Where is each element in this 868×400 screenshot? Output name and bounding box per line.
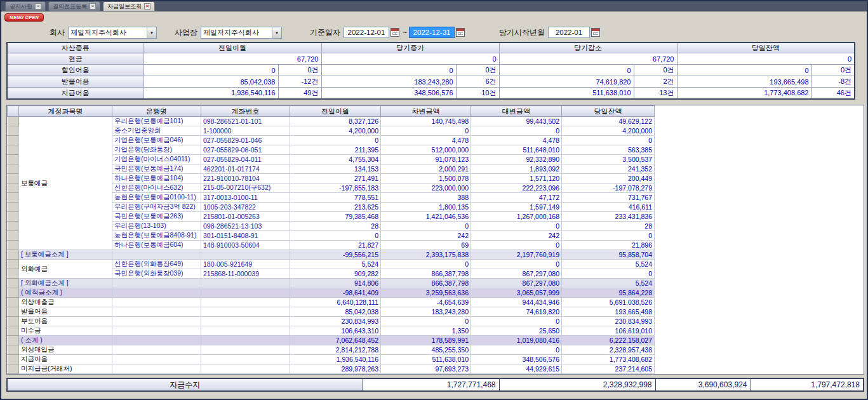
date-from-input[interactable]: 2022-12-01	[344, 27, 389, 38]
grid-col-header[interactable]: 대변금액	[471, 106, 562, 117]
grid-col-header[interactable]: 차변금액	[381, 106, 471, 117]
grid-row[interactable]: 외화예금신한은행(외화통장649)180-005-9216495,524005,…	[8, 260, 655, 269]
amount-cell: 944,434,946	[471, 298, 562, 307]
amount-cell: 237,214,605	[562, 364, 655, 374]
grid-row[interactable]: 지급어음1,936,540,116511,638,010348,506,5761…	[8, 355, 655, 364]
row-selector[interactable]	[8, 126, 19, 136]
menu-open-button[interactable]: MENU OPEN	[4, 13, 44, 22]
site-label: 사업장	[175, 27, 197, 38]
chevron-down-icon[interactable]: ▼	[272, 27, 281, 38]
row-selector[interactable]	[8, 164, 19, 174]
amount-cell: 223,000,000	[381, 183, 471, 193]
chevron-down-icon[interactable]: ▼	[147, 27, 156, 38]
amount-cell: 140,745,498	[381, 117, 471, 126]
bank-name	[112, 279, 201, 288]
calendar-icon[interactable]	[591, 28, 600, 37]
tab-공지사항[interactable]: 공지사항×	[5, 1, 46, 11]
account-number: 148-910003-50604	[201, 241, 290, 250]
summary-amount: 0	[321, 53, 499, 65]
row-selector[interactable]	[8, 193, 19, 203]
account-label: [ 외화예금소계 ]	[19, 279, 112, 288]
amount-cell: 2,197,760,919	[471, 250, 562, 260]
row-selector[interactable]	[8, 260, 19, 269]
summary-count: 13건	[634, 88, 677, 99]
row-selector[interactable]	[8, 336, 19, 345]
amount-cell: 731,767	[562, 193, 655, 203]
calendar-icon[interactable]	[391, 28, 399, 37]
amount-cell: 1,597,149	[471, 203, 562, 212]
tab-close-icon[interactable]: ×	[90, 3, 96, 10]
amount-cell: 1,800,135	[381, 203, 471, 212]
calendar-icon[interactable]	[456, 28, 465, 37]
row-selector[interactable]	[8, 212, 19, 222]
amount-cell: 1,571,120	[471, 174, 562, 183]
account-number	[201, 288, 290, 298]
grid-row[interactable]: 받을어음85,042,038183,243,28074,619,820193,6…	[8, 307, 655, 317]
row-selector[interactable]	[8, 222, 19, 231]
row-selector[interactable]	[8, 145, 19, 155]
company-select[interactable]: 제일저지주식회사 ▼	[68, 27, 157, 39]
row-selector[interactable]	[8, 117, 19, 126]
row-selector[interactable]	[8, 279, 19, 288]
row-selector[interactable]	[8, 355, 19, 364]
row-selector[interactable]	[8, 231, 19, 241]
tab-자금일보조회[interactable]: 자금일보조회×	[103, 1, 155, 11]
row-selector[interactable]	[8, 241, 19, 250]
bank-name	[112, 307, 201, 317]
grid-row[interactable]: 부도어음230,834,99300230,834,993	[8, 317, 655, 326]
row-selector[interactable]	[8, 288, 19, 298]
grid-row[interactable]: ( 예적금소계 )-98,641,4093,259,563,6363,065,0…	[8, 288, 655, 298]
grid-col-header[interactable]: 전일이월	[290, 106, 381, 117]
summary-count: 6건	[456, 76, 499, 88]
tab-결의전표등록[interactable]: 결의전표등록×	[48, 1, 100, 11]
amount-cell: 0	[562, 269, 655, 279]
grid-row[interactable]: [ 보통예금소계 ]-99,556,2152,393,175,8382,197,…	[8, 250, 655, 260]
row-selector[interactable]	[8, 269, 19, 279]
grid-row[interactable]: ( 소계 )7,062,648,452178,589,9911,019,080,…	[8, 336, 655, 345]
row-selector[interactable]	[8, 345, 19, 355]
grid-col-header[interactable]: 당일잔액	[562, 106, 655, 117]
grid-row[interactable]: 외상매입금2,814,212,788485,255,35002,328,957,…	[8, 345, 655, 355]
amount-cell: 7,062,648,452	[290, 336, 381, 345]
bank-name: 우리은행(보통예금101)	[112, 117, 201, 126]
amount-cell: 388	[381, 193, 471, 203]
summary-row: 할인어음00건00건00건00건	[7, 65, 855, 76]
amount-cell: 0	[562, 231, 655, 241]
grid-col-header[interactable]: 계좌번호	[201, 106, 290, 117]
amount-cell: 4,755,304	[290, 155, 381, 164]
tab-close-icon[interactable]: ×	[144, 3, 150, 10]
row-selector[interactable]	[8, 183, 19, 193]
amount-cell: 3,500,537	[562, 155, 655, 164]
grid-row[interactable]: 보통예금우리은행(보통예금101)098-286521-01-1018,327,…	[8, 117, 655, 126]
row-selector[interactable]	[8, 364, 19, 374]
row-selector[interactable]	[8, 250, 19, 260]
summary-amount: 348,506,576	[321, 88, 456, 99]
row-selector[interactable]	[8, 298, 19, 307]
row-selector[interactable]	[8, 203, 19, 212]
grid-row[interactable]: 외상매출금6,640,128,111-4,654,639944,434,9465…	[8, 298, 655, 307]
amount-cell: 91,078,123	[381, 155, 471, 164]
row-selector[interactable]	[8, 174, 19, 183]
tab-close-icon[interactable]: ×	[35, 3, 41, 10]
row-selector[interactable]	[8, 136, 19, 145]
row-selector[interactable]	[8, 155, 19, 164]
grid-col-header[interactable]: 계정과목명	[19, 106, 112, 117]
summary-row: 지급어음1,936,540,11649건348,506,57610건511,63…	[7, 88, 855, 99]
start-month-input[interactable]: 2022-01	[548, 27, 590, 38]
site-select[interactable]: 제일저지주식회사 ▼	[201, 27, 282, 39]
row-selector[interactable]	[8, 307, 19, 317]
grid-selector-header	[8, 106, 19, 117]
grid-col-header[interactable]: 은행명	[112, 106, 201, 117]
date-to-input[interactable]: 2022-12-31	[409, 27, 455, 38]
grid-row[interactable]: [ 외화예금소계 ]914,806866,387,798867,297,0805…	[8, 279, 655, 288]
grid-row[interactable]: 미수금106,643,3101,35025,650106,619,010	[8, 326, 655, 336]
grid-row[interactable]: 미지급금(거래처)289,978,26397,693,27344,929,615…	[8, 364, 655, 374]
amount-cell: 95,864,228	[562, 288, 655, 298]
row-selector[interactable]	[8, 326, 19, 336]
row-selector[interactable]	[8, 317, 19, 326]
amount-cell: 1,267,000,168	[471, 212, 562, 222]
account-number: 098-286521-01-101	[201, 117, 290, 126]
tab-bar: 공지사항×결의전표등록×자금일보조회×	[1, 1, 867, 11]
amount-cell: 4,200,000	[290, 126, 381, 136]
start-month-label: 당기시작년월	[499, 27, 545, 38]
